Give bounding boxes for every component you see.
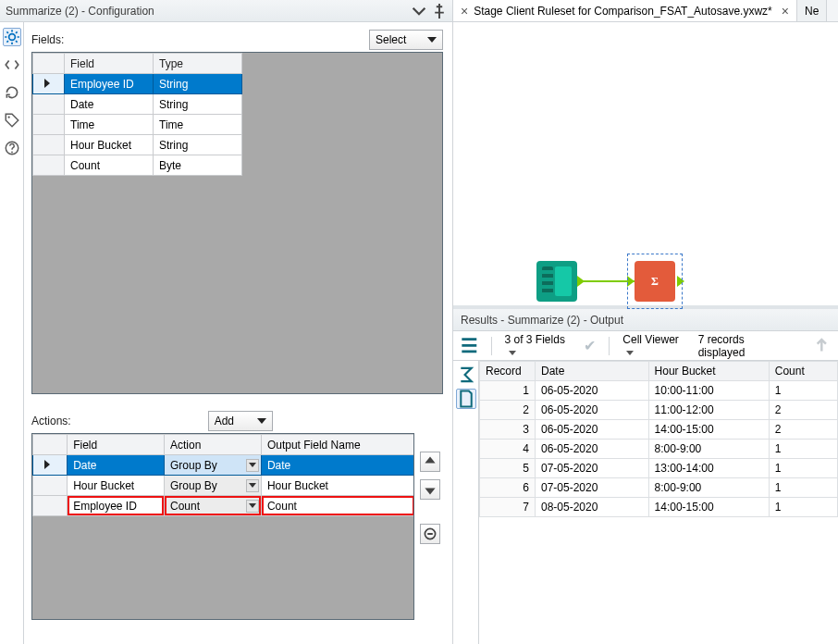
cell-output[interactable]: Date xyxy=(261,455,414,476)
pin-icon[interactable] xyxy=(432,4,447,19)
refresh-icon[interactable] xyxy=(3,83,21,102)
chevron-down-icon[interactable] xyxy=(246,479,259,492)
chevron-down-icon[interactable] xyxy=(246,459,259,472)
cell-field[interactable]: Hour Bucket xyxy=(68,476,165,496)
table-row[interactable]: 708-05-202014:00-15:001 xyxy=(480,498,838,517)
fields-row[interactable]: Hour Bucket String xyxy=(33,135,242,155)
cell-action[interactable]: Count xyxy=(165,496,262,516)
config-side-icons xyxy=(0,22,24,644)
actions-row[interactable]: Hour Bucket Group By Hour Bucket xyxy=(33,476,415,496)
actions-side-buttons xyxy=(420,452,440,544)
actions-label: Actions: xyxy=(31,415,71,431)
chevron-down-icon xyxy=(257,418,266,424)
cell-output[interactable]: Hour Bucket xyxy=(261,476,414,496)
col-count[interactable]: Count xyxy=(769,362,837,381)
anchor-in-icon[interactable] xyxy=(627,276,635,287)
gear-icon[interactable] xyxy=(3,28,21,46)
table-row[interactable]: 507-05-202013:00-14:001 xyxy=(480,459,838,478)
connection-wire[interactable] xyxy=(577,280,635,282)
cell-action[interactable]: Group By xyxy=(165,455,262,476)
workflow-tab-active[interactable]: × Stage Client Ruleset for Comparison_FS… xyxy=(453,0,797,22)
check-icon[interactable]: ✔ xyxy=(584,337,596,354)
cell-field[interactable]: Time xyxy=(65,115,154,135)
table-row[interactable]: 306-05-202014:00-15:002 xyxy=(480,420,838,440)
move-down-button[interactable] xyxy=(420,479,440,500)
list-icon[interactable] xyxy=(461,337,478,355)
chevron-down-icon[interactable] xyxy=(412,4,426,19)
workflow-canvas[interactable]: Σ xyxy=(453,22,838,309)
col-hour-bucket[interactable]: Hour Bucket xyxy=(648,362,769,381)
chevron-down-icon xyxy=(427,37,437,43)
svg-point-1 xyxy=(7,117,9,118)
col-action[interactable]: Action xyxy=(165,435,262,455)
actions-row[interactable]: Date Group By Date xyxy=(33,455,415,476)
cell-type[interactable]: Byte xyxy=(154,155,242,176)
fields-row[interactable]: Time Time xyxy=(33,115,242,135)
actions-grid[interactable]: Field Action Output Field Name Date Grou… xyxy=(31,433,414,620)
close-icon[interactable]: × xyxy=(782,4,789,19)
fields-row[interactable]: Count Byte xyxy=(33,155,242,176)
col-output[interactable]: Output Field Name xyxy=(261,435,414,455)
results-header: Results - Summarize (2) - Output xyxy=(453,309,838,331)
add-label: Add xyxy=(215,415,234,427)
cell-field[interactable]: Hour Bucket xyxy=(65,135,154,155)
cell-field[interactable]: Employee ID xyxy=(68,496,165,516)
actions-row-highlighted[interactable]: Employee ID Count Count xyxy=(33,496,415,516)
svg-point-3 xyxy=(11,152,13,154)
help-icon[interactable] xyxy=(3,139,21,157)
table-row[interactable]: 106-05-202010:00-11:001 xyxy=(480,381,838,401)
svg-point-0 xyxy=(8,34,15,41)
results-table[interactable]: Record Date Hour Bucket Count 106-05-202… xyxy=(479,361,838,517)
cell-output[interactable]: Count xyxy=(261,496,414,516)
cell-type[interactable]: String xyxy=(154,94,242,115)
col-date[interactable]: Date xyxy=(536,362,649,381)
move-up-button[interactable] xyxy=(420,452,440,472)
table-row[interactable]: 406-05-20208:00-9:001 xyxy=(480,440,838,459)
fields-label: Fields: xyxy=(31,33,64,50)
arrow-up-icon[interactable] xyxy=(813,337,831,355)
col-record[interactable]: Record xyxy=(480,362,536,381)
sigma-icon[interactable] xyxy=(456,365,476,385)
row-pointer-icon xyxy=(44,79,50,88)
summarize-tool-node[interactable]: Σ xyxy=(635,261,675,302)
remove-button[interactable] xyxy=(420,524,440,544)
cell-type[interactable]: String xyxy=(154,74,242,94)
fields-grid[interactable]: Field Type Employee ID String Date Strin… xyxy=(31,52,443,394)
config-header: Summarize (2) - Configuration xyxy=(0,0,452,22)
cell-action[interactable]: Group By xyxy=(165,476,262,496)
tab-label: Stage Client Ruleset for Comparison_FSAT… xyxy=(474,5,772,18)
results-table-scroll[interactable]: Record Date Hour Bucket Count 106-05-202… xyxy=(479,361,838,644)
results-toolbar: 3 of 3 Fields ✔ Cell Viewer 7 records di… xyxy=(453,331,838,361)
tag-icon[interactable] xyxy=(3,111,21,130)
config-title: Summarize (2) - Configuration xyxy=(6,5,154,18)
select-dropdown[interactable]: Select xyxy=(369,30,443,50)
anchor-out-icon[interactable] xyxy=(677,276,684,287)
cell-type[interactable]: Time xyxy=(154,115,242,135)
workflow-tab-inactive[interactable]: Ne xyxy=(797,0,827,22)
results-title: Results - Summarize (2) - Output xyxy=(461,314,623,327)
table-row[interactable]: 607-05-20208:00-9:001 xyxy=(480,478,838,498)
close-icon[interactable]: × xyxy=(461,4,468,19)
cell-field[interactable]: Date xyxy=(65,94,154,115)
right-panel: × Stage Client Ruleset for Comparison_FS… xyxy=(453,0,838,644)
chevron-down-icon[interactable] xyxy=(246,500,259,513)
add-dropdown[interactable]: Add xyxy=(208,411,273,431)
cell-field[interactable]: Count xyxy=(65,155,154,176)
cell-viewer-dropdown[interactable]: Cell Viewer xyxy=(622,333,684,359)
cell-field[interactable]: Employee ID xyxy=(65,74,154,94)
records-displayed: 7 records displayed xyxy=(698,333,788,359)
input-tool-node[interactable] xyxy=(536,261,577,302)
fields-row[interactable]: Employee ID String xyxy=(33,74,242,94)
table-row[interactable]: 206-05-202011:00-12:002 xyxy=(480,401,838,420)
page-icon[interactable] xyxy=(456,389,476,409)
fields-row[interactable]: Date String xyxy=(33,94,242,115)
col-field[interactable]: Field xyxy=(68,435,165,455)
col-field[interactable]: Field xyxy=(65,54,154,74)
col-type[interactable]: Type xyxy=(154,54,242,74)
cell-field[interactable]: Date xyxy=(68,455,165,476)
row-header-corner xyxy=(33,54,65,74)
tab-strip: × Stage Client Ruleset for Comparison_FS… xyxy=(453,0,838,22)
fields-dropdown[interactable]: 3 of 3 Fields xyxy=(505,333,572,359)
code-icon[interactable] xyxy=(3,56,21,74)
cell-type[interactable]: String xyxy=(154,135,242,155)
